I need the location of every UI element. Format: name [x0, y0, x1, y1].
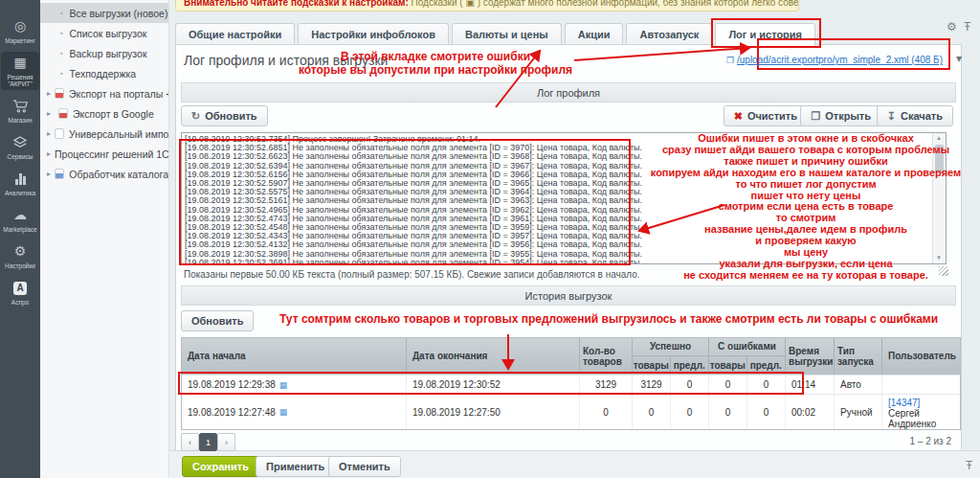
- scroll-down-icon[interactable]: ▼: [933, 254, 945, 262]
- col-date-end: Дата окончания: [407, 338, 580, 374]
- layers-icon: [12, 134, 28, 150]
- sidebar-item-analytics[interactable]: Аналитика: [1, 168, 39, 199]
- submenu-item-export-list[interactable]: ▪ Список выгрузок: [40, 23, 168, 43]
- sidebar-item-services[interactable]: Сервисы: [1, 131, 39, 163]
- sidebar-item-akrit[interactable]: ▦ Решения "АКРИТ": [1, 52, 39, 90]
- user-name: Сергей Андриенко: [888, 408, 954, 429]
- page-prev-button[interactable]: ‹: [181, 433, 199, 451]
- log-scrollbar[interactable]: ▲ ▼: [932, 133, 946, 263]
- group-title: Успешно: [633, 338, 708, 356]
- bar-chart-icon: [15, 171, 26, 187]
- hint-notice-bar: Внимательно читайте подсказки к настройк…: [175, 0, 799, 11]
- cell-ok-items: 0: [633, 395, 671, 429]
- sidebar-item-label: Аналитика: [5, 190, 35, 196]
- col-group-errors: С ошибками товары предл.: [709, 338, 786, 375]
- submenu-label: Процессинг решений 1С-Битр: [55, 148, 168, 160]
- pagination-info: 1 – 2 из 2: [909, 436, 951, 446]
- open-log-button[interactable]: ❒ Открыть: [800, 105, 881, 126]
- cell-err-offers: 0: [747, 395, 786, 429]
- cloud-download-icon: ☁: [13, 207, 27, 223]
- page-next-button[interactable]: ›: [217, 433, 235, 451]
- download-log-button[interactable]: ↧ Скачать: [877, 105, 953, 126]
- table-row: 19.08.2019 12:29:38▦ 19.08.2019 12:30:52…: [182, 375, 960, 394]
- stamp-icon: ▦: [13, 55, 26, 71]
- button-label: Обновить: [191, 315, 243, 327]
- bullet-icon: ▪: [60, 50, 62, 57]
- sidebar-item-label: Магазин: [8, 117, 32, 124]
- submenu-label: Backup выгрузок: [69, 48, 146, 59]
- button-label: Открыть: [825, 110, 871, 122]
- gear-icon: ⚙: [14, 243, 27, 260]
- submenu-label: Экспорт в Google: [73, 108, 154, 120]
- pin-icon[interactable]: Ŧ: [966, 459, 972, 472]
- tab-infoblock-settings[interactable]: Настройки инфоблоков: [298, 23, 449, 46]
- submenu-item-universal-import[interactable]: ▸ Универсальный импорт: [40, 124, 168, 144]
- chevron-right-icon: ▸: [47, 149, 51, 158]
- subcol-offers: предл.: [671, 356, 709, 375]
- button-label: Сохранить: [192, 461, 249, 472]
- sidebar-item-marketplace[interactable]: ☁ Marketplace: [1, 204, 39, 236]
- document-icon: [58, 108, 68, 119]
- cell-date-start: 19.08.2019 12:27:48▦: [182, 395, 407, 429]
- clear-log-button[interactable]: ✖ Очистить: [724, 105, 808, 126]
- table-header: Дата начала Дата окончания Кол-во товаро…: [182, 338, 960, 375]
- resize-grip[interactable]: [939, 266, 948, 276]
- scrollbar-thumb[interactable]: [935, 145, 944, 173]
- cell-date-start: 19.08.2019 12:29:38▦: [182, 376, 407, 394]
- cancel-button[interactable]: Отменить: [328, 456, 401, 477]
- submenu-item-export-portals[interactable]: ▸ Экспорт на порталы + API: [40, 83, 168, 103]
- chevron-right-icon: ▸: [47, 89, 51, 98]
- document-icon: [55, 88, 64, 99]
- bullet-icon: ▪: [60, 30, 62, 36]
- tab-bar: Общие настройки Настройки инфоблоков Вал…: [175, 23, 815, 46]
- save-button[interactable]: Сохранить: [182, 456, 259, 477]
- chevron-down-icon[interactable]: ▾: [956, 52, 962, 65]
- col-time: Время выгрузки: [786, 338, 835, 374]
- pin-icon[interactable]: Ŧ: [964, 20, 970, 34]
- tab-autostart[interactable]: Автозапуск: [626, 23, 712, 46]
- submenu-item-backup[interactable]: ▪ Backup выгрузок: [40, 43, 168, 63]
- button-label: Скачать: [901, 110, 943, 122]
- cell-time: 01:14: [786, 376, 835, 394]
- sidebar-item-label: Сервисы: [8, 153, 33, 160]
- user-id-link[interactable]: [14347]: [888, 398, 920, 408]
- sidebar-item-settings[interactable]: ⚙ Настройки: [1, 240, 39, 272]
- apply-button[interactable]: Применить: [256, 456, 335, 477]
- submenu-item-processing-1c[interactable]: ▸ Процессинг решений 1С-Битр: [40, 144, 168, 164]
- chevron-right-icon: ▸: [47, 170, 51, 178]
- cell-date-end: 19.08.2019 12:27:50: [407, 395, 580, 429]
- submenu-item-export-google[interactable]: ▸ Экспорт в Google: [40, 103, 168, 124]
- gear-icon[interactable]: ⚙: [947, 20, 957, 34]
- submenu-item-catalog-handler[interactable]: ▸ Обработчик каталога: [40, 164, 168, 184]
- sidebar-item-label: Аспро: [11, 299, 29, 306]
- col-type: Тип запуска: [835, 338, 882, 374]
- chevron-right-icon: ▸: [47, 129, 51, 138]
- sidebar-item-shop[interactable]: Магазин: [1, 95, 39, 126]
- submenu-item-support[interactable]: ▪ Техподдержка: [40, 63, 168, 83]
- refresh-history-button[interactable]: Обновить: [181, 310, 254, 331]
- col-qty: Кол-во товаров: [580, 338, 633, 374]
- calendar-icon: ▦: [279, 407, 288, 417]
- cell-ok-items: 3129: [633, 376, 671, 394]
- sidebar-item-marketing[interactable]: ◎ Маркетинг: [1, 15, 39, 47]
- tab-currencies-prices[interactable]: Валюты и цены: [452, 23, 562, 46]
- refresh-log-button[interactable]: ↻ Обновить: [181, 105, 268, 126]
- page-1-button[interactable]: 1: [199, 433, 217, 451]
- bullet-icon: ▪: [60, 10, 62, 16]
- subcol-items: товары: [633, 356, 671, 375]
- tab-promos[interactable]: Акции: [565, 23, 624, 46]
- app-root: ◎ Маркетинг ▦ Решения "АКРИТ" Магазин Се…: [0, 0, 980, 478]
- cell-qty: 0: [580, 395, 633, 429]
- scroll-up-icon[interactable]: ▲: [933, 134, 945, 143]
- clear-icon: ✖: [734, 111, 743, 122]
- cell-qty: 3129: [580, 376, 633, 394]
- submenu-item-all-exports[interactable]: ▪ Все выгрузки (новое): [40, 3, 168, 23]
- log-output[interactable]: [19.08.2019 12:30:52.7354] Процесс завер…: [181, 132, 947, 264]
- external-link-icon: ❐: [726, 56, 734, 65]
- export-file-link[interactable]: /upload/acrit.exportpro/ym_simple_2.xml …: [737, 55, 943, 65]
- sidebar-item-aspro[interactable]: A Аспро: [1, 277, 39, 308]
- cell-user: [882, 376, 960, 394]
- table-row: 19.08.2019 12:27:48▦ 19.08.2019 12:27:50…: [182, 394, 960, 429]
- sidebar-item-label: Маркетинг: [5, 37, 35, 44]
- tab-general-settings[interactable]: Общие настройки: [175, 23, 295, 46]
